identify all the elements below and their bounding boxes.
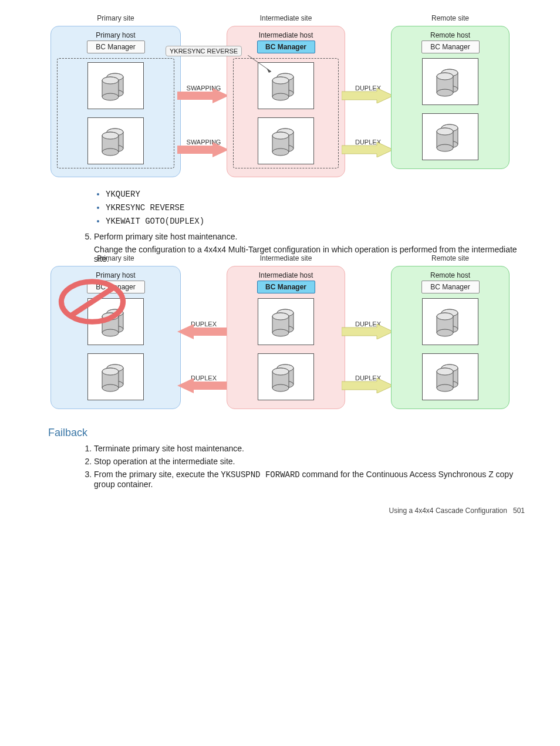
svg-marker-10 [266,68,271,73]
remote-site: Remote host BC Manager [391,26,510,169]
remote-volume-1 [422,58,478,105]
failback-heading: Failback [48,427,525,439]
callout-arrow-line [248,55,277,73]
primary-volume-1b [87,298,144,345]
arrows-intermediate-remote: DUPLEX DUPLEX [348,29,389,177]
primary-volume-1 [87,62,144,109]
arrows-intermediate-primary: DUPLEX DUPLEX [183,269,224,409]
diagram-multitarget: Primary site Primary host BC Manager DUP… [35,269,525,409]
dashed-copy-group-2 [233,58,339,168]
remote-site-label: Remote site [389,14,512,22]
intermediate-volume-2 [258,117,314,164]
intermediate-site-label-2: Intermediate site [224,254,348,262]
intermediate-site-label: Intermediate site [224,14,348,22]
remote-volume-2b [422,353,478,400]
remote-site-label-2: Remote site [389,254,512,262]
intermediate-volume-1b [258,298,314,345]
intermediate-bcm: BC Manager [257,40,315,53]
primary-volume-2b [87,353,144,400]
intermediate-volume-2b [258,353,314,400]
failback-steps: Terminate primary site host maintenance.… [94,444,525,489]
primary-volume-2 [87,117,144,164]
primary-site: Primary host BC Manager [50,26,181,177]
command-item: YKEWAIT GOTO(DUPLEX) [106,216,525,226]
footer-text: Using a 4x4x4 Cascade Configuration [389,507,507,515]
page-footer: Using a 4x4x4 Cascade Configuration 501 [35,507,525,515]
primary-site-label-2: Primary site [48,254,183,262]
intermediate-host-label-2: Intermediate host [233,271,339,279]
remote-bcm: BC Manager [421,40,480,53]
remote-bcm-2: BC Manager [421,281,480,293]
intermediate-host-label: Intermediate host [233,31,339,39]
diagram-failover: YKRESYNC REVERSE Primary site Primary ho… [35,29,525,177]
remote-volume-1b [422,298,478,345]
primary-host-label-2: Primary host [57,271,174,279]
dashed-copy-group [57,58,174,168]
primary-site-label: Primary site [48,14,183,22]
failback-step-3: From the primary site, execute the YKSUS… [94,470,525,489]
step-5-title: Perform primary site host maintenance. [94,232,237,241]
intermediate-site: Intermediate host BC Manager [227,26,345,177]
failback-step-1: Terminate primary site host maintenance. [94,444,525,453]
failback-step-3-prefix: From the primary site, execute the [94,470,221,479]
command-item: YKRESYNC REVERSE [106,202,525,212]
remote-volume-2 [422,113,478,160]
remote-host-label-2: Remote host [397,271,503,279]
primary-site-2: Primary host BC Manager [50,266,181,409]
command-list: YKQUERY YKRESYNC REVERSE YKEWAIT GOTO(DU… [106,189,525,226]
callout-ykresync: YKRESYNC REVERSE [166,46,242,56]
remote-host-label: Remote host [397,31,503,39]
remote-site-2: Remote host BC Manager [391,266,510,409]
failback-step-3-cmd: YKSUSPND FORWARD [221,470,299,480]
failback-step-2: Stop operation at the intermediate site. [94,457,525,466]
intermediate-bcm-2: BC Manager [257,281,315,293]
command-item: YKQUERY [106,189,525,199]
arrows-intermediate-remote-2: DUPLEX DUPLEX [348,269,389,409]
footer-page: 501 [513,507,525,515]
primary-host-label: Primary host [57,31,174,39]
primary-bcm-2: BC Manager [87,281,145,293]
primary-bcm: BC Manager [87,40,145,53]
intermediate-site-2: Intermediate host BC Manager [227,266,345,409]
